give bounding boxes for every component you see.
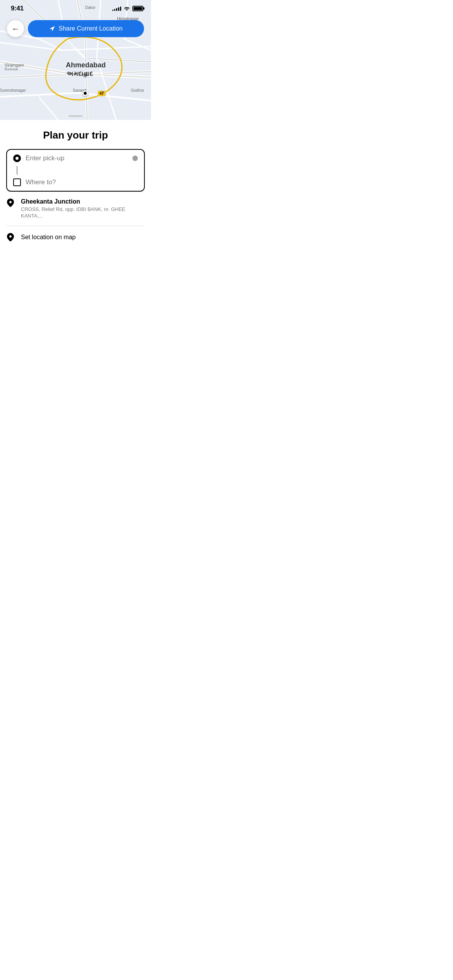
bottom-sheet: Plan your trip Gheekanta Ju (0, 120, 151, 327)
map-label-surendranagar: Surendranagar (0, 88, 26, 93)
map-container: Mehsana મહેસાણ Himatnagar હિમતનગર Viramg… (0, 0, 151, 120)
page-title: Plan your trip (0, 120, 151, 149)
signal-icon (112, 6, 121, 11)
pickup-dot (132, 156, 138, 161)
destination-row (13, 178, 138, 186)
back-button[interactable]: ← (7, 20, 24, 37)
wifi-icon (124, 6, 130, 11)
status-icons (112, 6, 143, 11)
status-time: 9:41 (11, 5, 24, 12)
road-badge-47: 47 (98, 91, 106, 96)
battery-icon (132, 6, 143, 11)
suggestion-text: Gheekanta Junction CROSS, Relief Rd, opp… (21, 198, 145, 219)
destination-icon (13, 178, 21, 186)
sheet-handle (69, 115, 82, 117)
trip-input-container (6, 149, 145, 192)
share-location-button[interactable]: Share Current Location (28, 20, 144, 37)
suggestion-subtitle: CROSS, Relief Rd, opp. IDBI BANK, nr. GH… (21, 206, 145, 219)
map-label-viramgam: Viramgam વિરમગામ (5, 63, 24, 72)
back-arrow-icon: ← (12, 25, 19, 33)
share-location-label: Share Current Location (58, 25, 122, 32)
route-line (13, 166, 138, 178)
map-pin-icon (6, 233, 15, 242)
map-label-godhra: Godhra (131, 88, 144, 93)
location-pin-icon (6, 199, 15, 207)
suggestion-title: Gheekanta Junction (21, 198, 145, 205)
suggestion-gheekanta[interactable]: Gheekanta Junction CROSS, Relief Rd, opp… (0, 192, 151, 226)
pickup-input[interactable] (26, 154, 128, 162)
status-bar: 9:41 (0, 0, 151, 17)
map-label-ahmedabad-guj: અમદાવાદ (67, 70, 93, 77)
map-label-ahmedabad: Ahmedabad (66, 61, 106, 69)
set-location-label: Set location on map (21, 234, 76, 241)
pickup-icon (13, 154, 21, 162)
set-location-item[interactable]: Set location on map (0, 226, 151, 248)
destination-input[interactable] (26, 178, 138, 186)
map-center-marker (82, 91, 88, 96)
navigation-icon (49, 26, 55, 32)
pickup-row (13, 154, 138, 166)
